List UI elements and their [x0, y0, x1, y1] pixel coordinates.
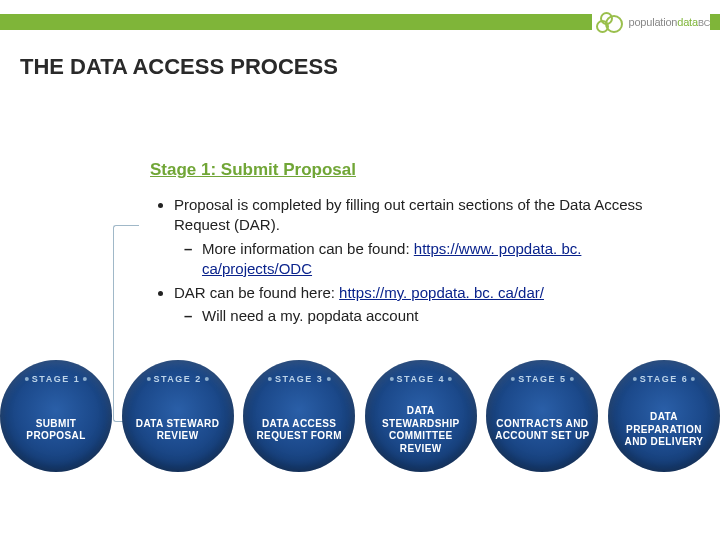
stages-row: STAGE 1 SUBMIT PROPOSAL STAGE 2 DATA STE… — [8, 360, 712, 472]
stage-circle-2: STAGE 2 DATA STEWARD REVIEW — [122, 360, 234, 472]
stage-tag: STAGE 1 — [22, 374, 90, 384]
stage-tag: STAGE 4 — [387, 374, 455, 384]
logo-text-green: data — [677, 16, 698, 28]
stage-tag: STAGE 5 — [508, 374, 576, 384]
stage-label: DATA STEWARDSHIP COMMITTEE REVIEW — [373, 400, 469, 460]
stage-circle-4: STAGE 4 DATA STEWARDSHIP COMMITTEE REVIE… — [365, 360, 477, 472]
bullet-2: DAR can be found here: https://my. popda… — [174, 283, 680, 327]
logo-text: populationdataBC — [629, 16, 711, 28]
stage-label: SUBMIT PROPOSAL — [8, 400, 104, 460]
logo-rings-icon — [596, 10, 626, 34]
bullet-1-text: Proposal is completed by filling out cer… — [174, 196, 643, 233]
logo-text-suffix: BC — [698, 18, 710, 28]
stage-heading: Stage 1: Submit Proposal — [150, 160, 356, 180]
stage-tag: STAGE 3 — [265, 374, 333, 384]
stage-circle-5: STAGE 5 CONTRACTS AND ACCOUNT SET UP — [486, 360, 598, 472]
bullet-2-sub: Will need a my. popdata account — [202, 306, 680, 326]
stage-tag: STAGE 6 — [630, 374, 698, 384]
stage-tag: STAGE 2 — [143, 374, 211, 384]
bullet-1-sub: More information can be found: https://w… — [202, 239, 680, 280]
brand-logo: populationdataBC — [592, 8, 711, 36]
stage-label: CONTRACTS AND ACCOUNT SET UP — [494, 400, 590, 460]
stage-label: DATA ACCESS REQUEST FORM — [251, 400, 347, 460]
bullet-1-sub-prefix: More information can be found: — [202, 240, 414, 257]
stage-label: DATA PREPARATION AND DELIVERY — [616, 400, 712, 460]
page-title: THE DATA ACCESS PROCESS — [20, 54, 338, 80]
stage-circle-3: STAGE 3 DATA ACCESS REQUEST FORM — [243, 360, 355, 472]
stage-circle-6: STAGE 6 DATA PREPARATION AND DELIVERY — [608, 360, 720, 472]
bullet-1: Proposal is completed by filling out cer… — [174, 195, 680, 279]
logo-text-grey: population — [629, 16, 678, 28]
stage-circle-1: STAGE 1 SUBMIT PROPOSAL — [0, 360, 112, 472]
stage-label: DATA STEWARD REVIEW — [130, 400, 226, 460]
body-content: Proposal is completed by filling out cer… — [150, 195, 680, 331]
bullet-2-prefix: DAR can be found here: — [174, 284, 339, 301]
dar-link[interactable]: https://my. popdata. bc. ca/dar/ — [339, 284, 544, 301]
